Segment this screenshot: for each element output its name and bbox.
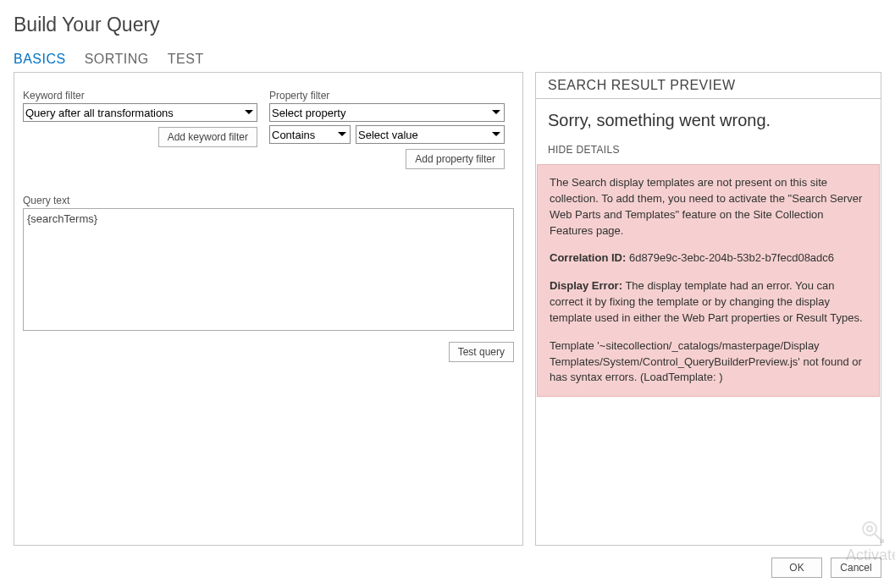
- panels: Keyword filter Query after all transform…: [14, 72, 881, 546]
- add-keyword-filter-button[interactable]: Add keyword filter: [158, 127, 257, 147]
- test-query-button[interactable]: Test query: [449, 342, 514, 362]
- property-operator-select[interactable]: Contains: [269, 125, 351, 144]
- query-builder-panel: Keyword filter Query after all transform…: [14, 72, 523, 546]
- hide-details-link[interactable]: HIDE DETAILS: [536, 144, 881, 156]
- error-paragraph-1: The Search display templates are not pre…: [550, 175, 867, 239]
- keyword-filter-label: Keyword filter: [23, 90, 257, 102]
- display-error-label: Display Error:: [550, 279, 622, 292]
- property-filter-select[interactable]: Select property: [269, 103, 505, 122]
- correlation-id-value: 6d879e9c-3ebc-204b-53b2-b7fecd08adc6: [629, 251, 834, 264]
- error-details-box: The Search display templates are not pre…: [537, 164, 880, 397]
- error-template-path: Template '~sitecollection/_catalogs/mast…: [550, 338, 867, 387]
- tab-sorting[interactable]: SORTING: [85, 52, 149, 67]
- search-result-preview-panel: SEARCH RESULT PREVIEW Sorry, something w…: [535, 72, 881, 546]
- property-filter-label: Property filter: [269, 90, 505, 102]
- keyword-filter-section: Keyword filter Query after all transform…: [23, 90, 257, 169]
- cancel-button[interactable]: Cancel: [831, 558, 881, 578]
- correlation-id-label: Correlation ID:: [550, 251, 626, 264]
- build-query-dialog: Build Your Query BASICS SORTING TEST Key…: [0, 0, 895, 552]
- dialog-footer: Activate OK Cancel: [0, 552, 895, 586]
- tab-test[interactable]: TEST: [168, 52, 204, 67]
- ok-button[interactable]: OK: [771, 558, 822, 578]
- add-property-filter-button[interactable]: Add property filter: [406, 149, 505, 169]
- error-correlation: Correlation ID: 6d879e9c-3ebc-204b-53b2-…: [550, 250, 867, 267]
- query-text-input[interactable]: [23, 208, 514, 331]
- page-title: Build Your Query: [14, 14, 881, 36]
- tabs-bar: BASICS SORTING TEST: [14, 52, 881, 67]
- keyword-filter-select[interactable]: Query after all transformations: [23, 103, 257, 122]
- filters-row: Keyword filter Query after all transform…: [23, 90, 514, 169]
- query-text-label: Query text: [23, 195, 514, 206]
- tab-basics[interactable]: BASICS: [14, 52, 66, 67]
- preview-error-heading: Sorry, something went wrong.: [536, 111, 881, 130]
- property-filter-section: Property filter Select property Contains…: [269, 90, 505, 169]
- preview-header: SEARCH RESULT PREVIEW: [536, 73, 881, 99]
- property-value-select[interactable]: Select value: [356, 125, 505, 144]
- error-display: Display Error: The display template had …: [550, 278, 867, 327]
- preview-body: Sorry, something went wrong. HIDE DETAIL…: [536, 99, 881, 397]
